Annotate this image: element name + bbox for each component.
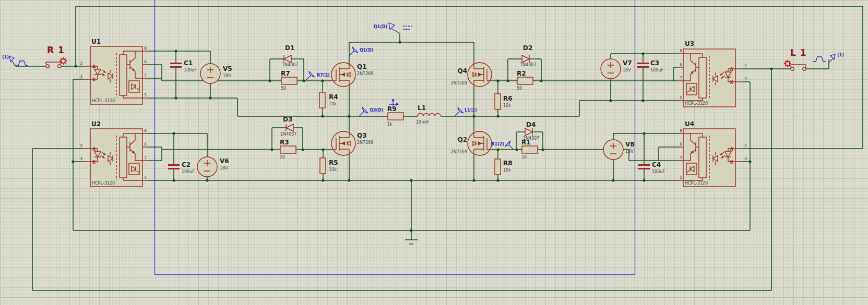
dc-source-symbol[interactable] xyxy=(603,140,623,160)
component-c2-capacitor[interactable]: C2 100uF xyxy=(168,161,195,174)
probe-dc-generator-top[interactable]: Q1(D) xyxy=(374,23,413,33)
wire-q3-gate[interactable] xyxy=(148,128,331,180)
probe-r1-2[interactable]: R1(2) xyxy=(491,141,514,150)
diode-symbol[interactable] xyxy=(525,128,532,136)
probe-r7-2[interactable]: R7(2) xyxy=(306,71,330,80)
component-c1-capacitor[interactable]: C1 100uF xyxy=(170,59,197,72)
wire-ground-return[interactable] xyxy=(73,79,750,230)
wire-u2-supply[interactable] xyxy=(148,133,207,180)
component-r7-resistor[interactable]: R7 50 xyxy=(281,70,297,91)
capacitor-symbol[interactable] xyxy=(170,63,182,68)
mosfet-symbol[interactable] xyxy=(331,131,355,155)
u2-part-label: HCPL-3120 xyxy=(92,181,115,186)
switch-actuator-marker[interactable] xyxy=(784,60,791,67)
probe-q3-d[interactable]: Q3(D) xyxy=(359,107,383,116)
component-r4-resistor[interactable]: R4 10k xyxy=(319,92,338,108)
component-c4-capacitor[interactable]: C4 100uF xyxy=(638,161,665,174)
capacitor-symbol[interactable] xyxy=(637,63,649,68)
component-q4-mosfet[interactable]: Q4 2N7269 xyxy=(451,63,492,87)
c3-ref-label: C3 xyxy=(650,59,659,67)
r7-value-label: 50 xyxy=(281,86,286,91)
component-d2-diode[interactable]: D2 1N4007 xyxy=(520,44,536,67)
component-q3-mosfet[interactable]: Q3 2N7269 xyxy=(331,131,373,155)
capacitor-symbol[interactable] xyxy=(168,164,180,169)
component-v8-source[interactable]: V8 18V xyxy=(603,140,635,160)
component-r5-resistor[interactable]: R5 10k xyxy=(320,158,338,174)
resistor-body[interactable] xyxy=(280,146,296,153)
c4-ref-label: C4 xyxy=(652,161,661,168)
component-u1-optocoupler[interactable]: U1 HCPL-3120 8 6 7 5 2 3 A K xyxy=(80,38,148,104)
switch-symbol[interactable] xyxy=(791,65,806,70)
component-d1-diode[interactable]: D1 1N4007 xyxy=(282,44,298,67)
dc-source-symbol[interactable] xyxy=(197,157,217,177)
component-r2-resistor[interactable]: R2 50 xyxy=(517,70,533,91)
optocoupler-symbol[interactable] xyxy=(678,129,742,187)
component-r8-resistor[interactable]: R8 10k xyxy=(495,159,513,175)
v8-ref-label: V8 xyxy=(625,141,635,148)
dc-source-symbol[interactable] xyxy=(200,64,220,83)
resistor-body[interactable] xyxy=(388,113,403,120)
mosfet-symbol[interactable] xyxy=(331,63,355,87)
switch-symbol[interactable] xyxy=(46,62,61,68)
component-v6-source[interactable]: V6 18V xyxy=(197,157,229,177)
diode-symbol[interactable] xyxy=(286,124,293,131)
optocoupler-symbol[interactable] xyxy=(678,49,742,107)
probe-l1-2[interactable]: L1(2) xyxy=(455,107,477,116)
voltage-probe-icon[interactable] xyxy=(349,47,358,56)
inductor-coil[interactable] xyxy=(418,114,441,117)
resistor-body[interactable] xyxy=(319,92,325,108)
u3-pin7: 7 xyxy=(680,76,682,80)
resistor-body[interactable] xyxy=(522,146,538,153)
wire-u4-supply[interactable] xyxy=(613,133,678,180)
wire-q2-gate[interactable] xyxy=(492,132,678,180)
component-u2-optocoupler[interactable]: U2 HCPL-3120 8 6 7 5 2 3 A K xyxy=(80,120,148,187)
capacitor-symbol[interactable] xyxy=(638,164,650,169)
u4-ref-label: U4 xyxy=(685,120,694,128)
component-u4-optocoupler[interactable]: U4 HCPL-3120 8 6 7 5 2 3 A K xyxy=(678,120,747,187)
u3-pin3: 3 xyxy=(744,77,747,81)
component-switch-l1[interactable]: L 1 xyxy=(784,47,807,70)
resistor-body[interactable] xyxy=(320,158,326,174)
d1-value-label: 1N4007 xyxy=(282,63,298,67)
r8-value-label: 10k xyxy=(503,168,511,173)
resistor-body[interactable] xyxy=(495,94,501,109)
probe-q1-d[interactable]: Q1(D) xyxy=(349,47,373,56)
voltage-probe-icon[interactable] xyxy=(455,107,463,116)
r8-ref-label: R8 xyxy=(503,160,513,167)
diode-symbol[interactable] xyxy=(522,55,529,63)
component-q1-mosfet[interactable]: Q1 2N7269 xyxy=(331,63,373,87)
voltage-probe-icon[interactable] xyxy=(359,107,368,116)
mosfet-symbol[interactable] xyxy=(468,131,492,155)
voltage-probe-icon[interactable] xyxy=(306,71,315,80)
component-r1-resistor[interactable]: R1 50 xyxy=(521,139,538,160)
ground-symbol[interactable] xyxy=(405,230,418,244)
optocoupler-symbol[interactable] xyxy=(84,129,148,187)
dc-source-symbol[interactable] xyxy=(601,59,621,79)
component-c3-capacitor[interactable]: C3 100uF xyxy=(637,59,663,72)
resistor-body[interactable] xyxy=(495,159,501,175)
component-r3-resistor[interactable]: R3 50 xyxy=(280,139,296,160)
optocoupler-symbol[interactable] xyxy=(84,46,148,104)
resistor-body[interactable] xyxy=(281,77,297,84)
voltage-probe-icon[interactable] xyxy=(505,141,514,150)
component-u3-optocoupler[interactable]: U3 HCPL-3120 8 6 7 5 2 3 A K xyxy=(678,40,747,107)
probe-generator-left[interactable]: (1) xyxy=(2,55,28,66)
q2-ref-label: Q2 xyxy=(457,136,467,143)
schematic-canvas[interactable]: U1 HCPL-3120 8 6 7 5 2 3 A K U2 HCPL-312… xyxy=(0,0,868,305)
component-v7-source[interactable]: V7 18V xyxy=(601,59,632,79)
c2-ref-label: C2 xyxy=(182,161,191,168)
dc-generator-label: Q1(D) xyxy=(374,25,387,29)
switch-actuator-marker[interactable] xyxy=(60,57,67,65)
component-l1-inductor[interactable]: L1 10mH xyxy=(416,104,441,125)
r5-ref-label: R5 xyxy=(329,159,338,166)
component-d4-diode[interactable]: D4 1N4007 xyxy=(523,121,539,141)
diode-symbol[interactable] xyxy=(284,55,291,63)
component-d3-diode[interactable]: D3 1N4007 xyxy=(280,116,296,137)
mosfet-symbol[interactable] xyxy=(468,63,492,87)
component-r6-resistor[interactable]: R6 10k xyxy=(495,94,513,109)
resistor-body[interactable] xyxy=(517,77,533,84)
component-r9-resistor[interactable]: R9 1k xyxy=(387,105,403,127)
component-q2-mosfet[interactable]: Q2 2N7269 xyxy=(451,131,492,155)
schematic-svg[interactable]: U1 HCPL-3120 8 6 7 5 2 3 A K U2 HCPL-312… xyxy=(0,0,868,305)
component-switch-r1[interactable]: R 1 xyxy=(46,45,67,68)
